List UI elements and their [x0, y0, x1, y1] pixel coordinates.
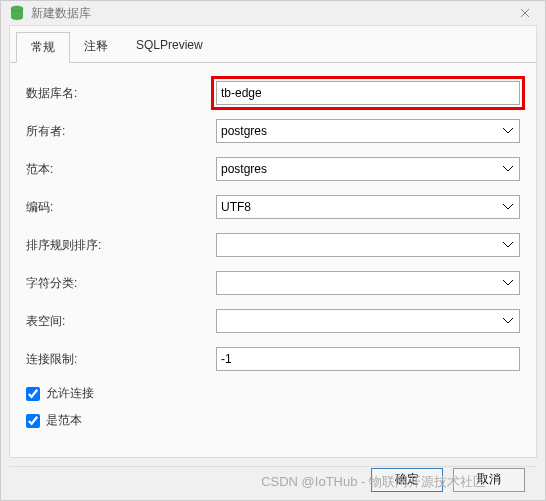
- ok-button[interactable]: 确定: [371, 468, 443, 492]
- titlebar: 新建数据库: [1, 1, 545, 25]
- input-connlimit[interactable]: [216, 347, 520, 371]
- label-template: 范本:: [26, 161, 216, 178]
- cancel-button[interactable]: 取消: [453, 468, 525, 492]
- row-dbname: 数据库名:: [26, 81, 520, 105]
- row-collation: 排序规则排序:: [26, 233, 520, 257]
- tabs: 常规 注释 SQLPreview: [10, 26, 536, 63]
- select-encoding[interactable]: UTF8: [216, 195, 520, 219]
- row-connlimit: 连接限制:: [26, 347, 520, 371]
- tab-comment[interactable]: 注释: [70, 32, 122, 62]
- checkbox-allowconn-label[interactable]: 允许连接: [26, 385, 520, 402]
- label-tablespace: 表空间:: [26, 313, 216, 330]
- tab-sqlpreview[interactable]: SQLPreview: [122, 32, 217, 62]
- row-ctype: 字符分类:: [26, 271, 520, 295]
- content-panel: 常规 注释 SQLPreview 数据库名: 所有者: postgres 范本:…: [9, 25, 537, 458]
- label-encoding: 编码:: [26, 199, 216, 216]
- highlight-dbname: [211, 76, 525, 110]
- database-icon: [9, 5, 25, 21]
- window-title: 新建数据库: [31, 5, 513, 22]
- istemplate-text: 是范本: [46, 412, 82, 429]
- label-connlimit: 连接限制:: [26, 351, 216, 368]
- label-dbname: 数据库名:: [26, 85, 216, 102]
- dialog-window: 新建数据库 常规 注释 SQLPreview 数据库名: 所有者: postgr…: [0, 0, 546, 501]
- select-template[interactable]: postgres: [216, 157, 520, 181]
- label-collation: 排序规则排序:: [26, 237, 216, 254]
- tab-general[interactable]: 常规: [16, 32, 70, 63]
- select-ctype[interactable]: [216, 271, 520, 295]
- row-istemplate: 是范本: [26, 412, 520, 429]
- select-owner[interactable]: postgres: [216, 119, 520, 143]
- checkbox-istemplate-label[interactable]: 是范本: [26, 412, 520, 429]
- close-icon[interactable]: [513, 1, 537, 25]
- select-collation[interactable]: [216, 233, 520, 257]
- label-owner: 所有者:: [26, 123, 216, 140]
- input-dbname[interactable]: [216, 81, 520, 105]
- row-template: 范本: postgres: [26, 157, 520, 181]
- checkbox-istemplate[interactable]: [26, 414, 40, 428]
- row-allowconn: 允许连接: [26, 385, 520, 402]
- label-ctype: 字符分类:: [26, 275, 216, 292]
- row-encoding: 编码: UTF8: [26, 195, 520, 219]
- checkbox-allowconn[interactable]: [26, 387, 40, 401]
- allowconn-text: 允许连接: [46, 385, 94, 402]
- row-tablespace: 表空间:: [26, 309, 520, 333]
- button-bar: 确定 取消: [9, 466, 537, 492]
- row-owner: 所有者: postgres: [26, 119, 520, 143]
- select-tablespace[interactable]: [216, 309, 520, 333]
- form-area: 数据库名: 所有者: postgres 范本: postgres 编码: UTF…: [10, 63, 536, 457]
